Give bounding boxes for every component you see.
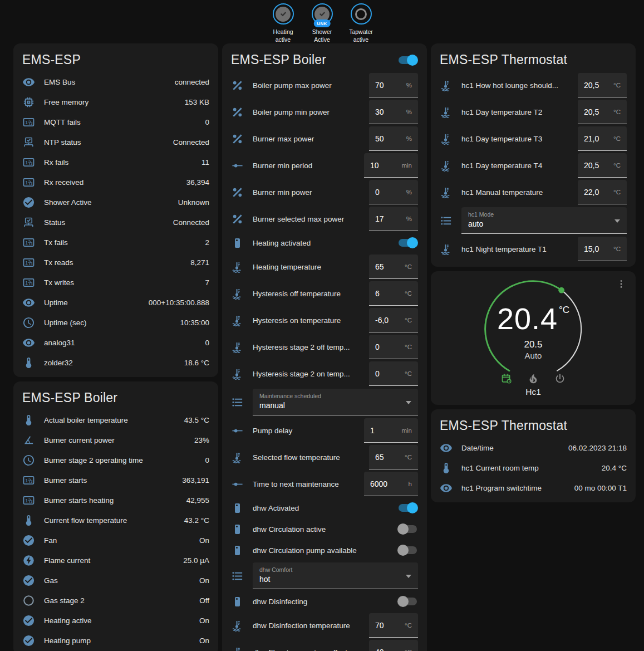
number-input[interactable]: 6000h (364, 472, 418, 496)
number-input[interactable]: 20,5°C (578, 73, 627, 97)
entity-row[interactable]: hc1 Current room temp20.4 °C (431, 458, 636, 478)
entity-row[interactable]: dhw Circulation active (222, 518, 427, 540)
number-input[interactable]: 20,5°C (578, 153, 627, 178)
entity-row[interactable]: Heating activeOn (13, 610, 218, 630)
entity-row[interactable]: Current flow temperature43.2 °C (13, 510, 218, 530)
entity-row[interactable]: Hysteresis on temperature-6,0°C (222, 307, 427, 334)
entity-row[interactable]: Free memory153 KB (13, 92, 218, 112)
number-input[interactable]: 15,0°C (578, 237, 627, 261)
number-input[interactable]: 10min (364, 153, 418, 178)
entity-row[interactable]: Uptime (sec)10:35:00 (13, 312, 218, 332)
entity-row[interactable]: Burner current power23% (13, 430, 218, 450)
boiler-power-toggle[interactable] (397, 55, 418, 66)
entity-row[interactable]: Hysteresis off temperature6°C (222, 280, 427, 307)
number-input[interactable]: 0°C (369, 361, 418, 386)
number-input[interactable]: 20,5°C (578, 100, 627, 124)
dial-handle[interactable] (558, 287, 564, 293)
entity-row[interactable]: hc1 Day temperature T321,0°C (431, 125, 636, 152)
entity-row[interactable]: 123Tx reads8,271 (13, 252, 218, 272)
entity-row[interactable]: Burner min power0% (222, 179, 427, 205)
entity-row[interactable]: Date/time06.02.2023 21:18 (431, 438, 636, 458)
number-input[interactable]: 21,0°C (578, 126, 627, 151)
entity-value: 7 (205, 278, 209, 287)
entity-row[interactable]: dhw Comforthot (222, 561, 427, 591)
entity-toggle[interactable] (397, 502, 418, 513)
entity-row[interactable]: Maintenance scheduledmanual (222, 387, 427, 417)
entity-row[interactable]: Heating pumpOn (13, 630, 218, 650)
entity-row[interactable]: hc1 How hot lounge should...20,5°C (431, 72, 636, 99)
entity-row[interactable]: Burner stage 2 operating time0 (13, 450, 218, 470)
entity-row[interactable]: dhw Activated (222, 497, 427, 518)
entity-toggle[interactable] (397, 523, 418, 535)
power-icon[interactable] (554, 373, 566, 385)
entity-row[interactable]: zolder3218.6 °C (13, 353, 218, 373)
fire-icon[interactable] (527, 373, 539, 385)
badge-heating-active[interactable]: Heating active (267, 3, 299, 43)
badge-shower-active[interactable]: UNKShower Active (306, 3, 338, 43)
entity-row[interactable]: hc1 Day temperature T420,5°C (431, 152, 636, 179)
entity-row[interactable]: dhw Disinfection temperature70°C (222, 612, 427, 639)
entity-row[interactable]: 123Tx fails2 (13, 232, 218, 252)
number-input[interactable]: 65°C (369, 254, 418, 279)
entity-row[interactable]: Burner selected max power17% (222, 205, 427, 232)
entity-row[interactable]: Shower ActiveUnknown (13, 192, 218, 212)
entity-row[interactable]: GasOn (13, 570, 218, 590)
entity-row[interactable]: analog310 (13, 332, 218, 353)
calendar-clock-icon[interactable] (500, 373, 513, 385)
entity-row[interactable]: Pump delay1min (222, 417, 427, 444)
entity-row[interactable]: Heating activated (222, 232, 427, 253)
entity-row[interactable]: Burner max power50% (222, 125, 427, 152)
entity-row[interactable]: Selected flow temperature65°C (222, 444, 427, 471)
select-input[interactable]: dhw Comforthot (253, 562, 418, 589)
entity-row[interactable]: 123MQTT fails0 (13, 112, 218, 132)
entity-row[interactable]: Gas stage 2Off (13, 590, 218, 610)
entity-toggle[interactable] (397, 596, 418, 607)
entity-row[interactable]: Time to next maintenance6000h (222, 471, 427, 497)
number-input[interactable]: 0°C (369, 335, 418, 359)
number-input[interactable]: 65°C (369, 445, 418, 469)
number-input[interactable]: 40°C (369, 640, 418, 651)
entity-row[interactable]: 123Tx writes7 (13, 272, 218, 292)
entity-row[interactable]: Boiler pump max power70% (222, 72, 427, 99)
entity-row[interactable]: Hysteresis stage 2 off temp...0°C (222, 334, 427, 360)
badge-tapwater-active[interactable]: Tapwater active (345, 3, 377, 43)
entity-row[interactable]: Flame current25.0 µA (13, 550, 218, 570)
entity-row[interactable]: hc1 Manual temperature22,0°C (431, 179, 636, 205)
entity-toggle[interactable] (397, 545, 418, 556)
number-input[interactable]: 6°C (369, 281, 418, 306)
entity-row[interactable]: Hysteresis stage 2 on temp...0°C (222, 360, 427, 387)
number-input[interactable]: 30% (369, 100, 418, 124)
entity-row[interactable]: dhw Flow temperature offset40°C (222, 639, 427, 651)
number-input[interactable]: 1min (364, 418, 418, 443)
number-input[interactable]: 70% (369, 73, 418, 97)
number-unit: °C (610, 82, 621, 89)
entity-row[interactable]: Actual boiler temperature43.5 °C (13, 410, 218, 430)
number-input[interactable]: 17% (369, 207, 418, 231)
entity-row[interactable]: NTP statusConnected (13, 132, 218, 152)
entity-row[interactable]: EMS Busconnected (13, 72, 218, 92)
number-input[interactable]: -6,0°C (369, 308, 418, 332)
entity-row[interactable]: hc1 Day temperature T220,5°C (431, 99, 636, 125)
select-input[interactable]: hc1 Modeauto (461, 207, 627, 234)
entity-row[interactable]: 123Burner starts heating42,955 (13, 490, 218, 510)
entity-row[interactable]: Boiler pump min power30% (222, 99, 427, 125)
entity-row[interactable]: StatusConnected (13, 212, 218, 232)
entity-row[interactable]: hc1 Night temperature T115,0°C (431, 236, 636, 262)
entity-row[interactable]: 123Burner starts363,191 (13, 470, 218, 490)
number-input[interactable]: 50% (369, 126, 418, 151)
entity-toggle[interactable] (397, 237, 418, 248)
entity-row[interactable]: dhw Disinfecting (222, 591, 427, 612)
number-input[interactable]: 0% (369, 180, 418, 204)
number-input[interactable]: 70°C (369, 613, 418, 638)
entity-row[interactable]: dhw Circulation pump available (222, 540, 427, 561)
entity-row[interactable]: hc1 Program switchtime00 mo 00:00 T1 (431, 478, 636, 498)
entity-row[interactable]: 123Rx fails11 (13, 152, 218, 172)
entity-row[interactable]: FanOn (13, 530, 218, 550)
number-input[interactable]: 22,0°C (578, 180, 627, 204)
entity-row[interactable]: hc1 Modeauto (431, 205, 636, 236)
entity-row[interactable]: 123Rx received36,394 (13, 172, 218, 192)
entity-row[interactable]: Heating temperature65°C (222, 253, 427, 280)
entity-row[interactable]: Burner min period10min (222, 152, 427, 179)
select-input[interactable]: Maintenance scheduledmanual (253, 389, 418, 415)
entity-row[interactable]: Uptime000+10:35:00.888 (13, 292, 218, 312)
